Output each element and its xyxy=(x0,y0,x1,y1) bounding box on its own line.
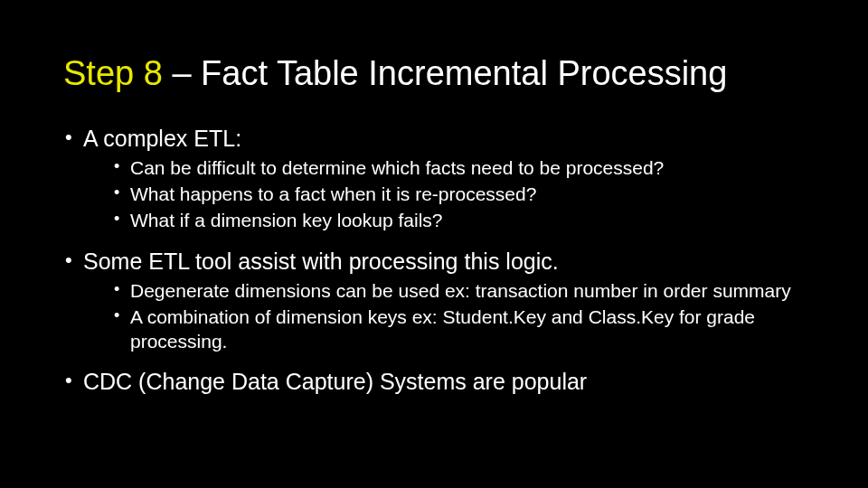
sub-bullet-list: Can be difficult to determine which fact… xyxy=(83,156,805,233)
title-rest: – Fact Table Incremental Processing xyxy=(163,54,728,92)
bullet-item: Some ETL tool assist with processing thi… xyxy=(63,248,805,354)
sub-bullet-item: A combination of dimension keys ex: Stud… xyxy=(112,305,805,354)
sub-bullet-item: Degenerate dimensions can be used ex: tr… xyxy=(112,279,805,304)
bullet-text: A complex ETL: xyxy=(83,126,241,151)
sub-bullet-list: Degenerate dimensions can be used ex: tr… xyxy=(83,279,805,354)
bullet-text: Some ETL tool assist with processing thi… xyxy=(83,249,559,274)
bullet-text: CDC (Change Data Capture) Systems are po… xyxy=(83,369,587,394)
bullet-list: A complex ETL: Can be difficult to deter… xyxy=(63,125,805,397)
sub-bullet-item: Can be difficult to determine which fact… xyxy=(112,156,805,181)
slide: Step 8 – Fact Table Incremental Processi… xyxy=(0,0,868,488)
bullet-item: A complex ETL: Can be difficult to deter… xyxy=(63,125,805,233)
slide-title: Step 8 – Fact Table Incremental Processi… xyxy=(63,54,805,94)
sub-bullet-item: What happens to a fact when it is re-pro… xyxy=(112,183,805,207)
bullet-item: CDC (Change Data Capture) Systems are po… xyxy=(63,368,805,396)
title-accent: Step 8 xyxy=(63,54,163,92)
sub-bullet-item: What if a dimension key lookup fails? xyxy=(112,209,805,233)
